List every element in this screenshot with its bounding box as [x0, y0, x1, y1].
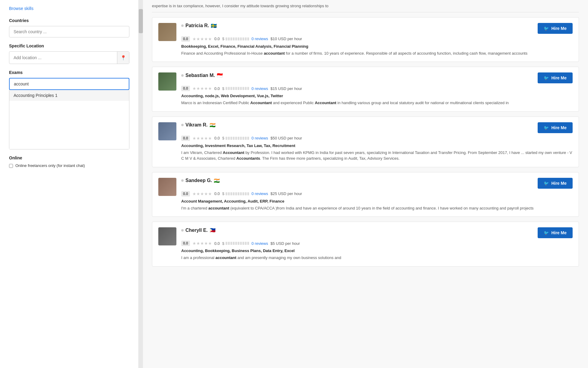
location-pin-button[interactable]: 📍 — [117, 52, 129, 64]
hourly-rate: $15 USD per hour — [270, 86, 302, 91]
earnings-bar: $ — [222, 136, 249, 140]
bird-icon: 🐦 — [544, 75, 549, 80]
reviews-link[interactable]: 0 reviews — [251, 191, 268, 196]
freelancer-description: I'm a chartered accountant (equivalent t… — [181, 205, 573, 211]
freelancer-description: I am Vikram, Chartered Accountant by Pro… — [181, 150, 573, 162]
freelancer-header: Sandeep G.🇮🇳🐦Hire Me — [181, 178, 573, 189]
hire-me-label: Hire Me — [551, 181, 567, 186]
earnings-icon: $ — [222, 136, 224, 140]
reviews-link[interactable]: 0 reviews — [251, 86, 268, 91]
location-section: Specific Location 📍 — [9, 43, 129, 64]
rating-row: 0.0★★★★★0.0$0 reviews$50 USD per hour — [181, 136, 573, 141]
country-flag: 🇮🇳 — [214, 178, 220, 184]
star-rating: ★★★★★ — [192, 136, 212, 141]
freelancer-card: Cheryll E.🇵🇭🐦Hire Me0.0★★★★★0.0$0 review… — [152, 222, 579, 267]
location-input[interactable] — [9, 52, 117, 63]
hire-me-button-patricia[interactable]: 🐦Hire Me — [538, 23, 573, 34]
rating-number: 0.0 — [214, 37, 220, 41]
scrollbar[interactable] — [139, 0, 143, 368]
rating-row: 0.0★★★★★0.0$0 reviews$25 USD per hour — [181, 191, 573, 197]
earnings-icon: $ — [222, 86, 224, 91]
online-indicator — [181, 24, 184, 27]
country-flag: 🇮🇩 — [217, 72, 223, 78]
online-indicator — [181, 229, 184, 232]
avatar-cheryll — [158, 227, 176, 245]
earnings-icon: $ — [222, 37, 224, 41]
pin-icon: 📍 — [120, 55, 126, 61]
star-rating: ★★★★★ — [192, 37, 212, 41]
country-search-input[interactable] — [9, 26, 129, 37]
freelancer-card: Sebastian M.🇮🇩🐦Hire Me0.0★★★★★0.0$0 revi… — [152, 67, 579, 112]
freelancer-description: I am a professional accountant and am pr… — [181, 255, 573, 261]
rating-badge: 0.0 — [181, 241, 190, 246]
hourly-rate: $50 USD per hour — [270, 136, 302, 140]
bird-icon: 🐦 — [544, 125, 549, 130]
reviews-link[interactable]: 0 reviews — [251, 136, 268, 140]
reviews-link[interactable]: 0 reviews — [251, 37, 268, 41]
avatar-vikram — [158, 122, 176, 140]
freelancers-list: Patricia R.🇸🇪🐦Hire Me0.0★★★★★0.0$0 revie… — [152, 17, 579, 267]
exam-dropdown-item[interactable]: Accounting Principles 1 — [9, 90, 129, 101]
skills-list: Accounting, node.js, Web Development, Vu… — [181, 94, 573, 98]
exams-input[interactable] — [9, 78, 129, 90]
freelancer-info: Sebastian M.🇮🇩🐦Hire Me0.0★★★★★0.0$0 revi… — [181, 72, 573, 106]
freelancer-header: Cheryll E.🇵🇭🐦Hire Me — [181, 227, 573, 238]
partial-description: expertise is in tax compliance, however,… — [152, 0, 579, 12]
rating-badge: 0.0 — [181, 36, 190, 42]
online-indicator — [181, 74, 184, 77]
skills-list: Accounting, Investment Research, Tax Law… — [181, 143, 573, 148]
freelancer-card: Sandeep G.🇮🇳🐦Hire Me0.0★★★★★0.0$0 review… — [152, 172, 579, 217]
freelancer-name: Cheryll E. — [185, 228, 208, 233]
rating-number: 0.0 — [214, 86, 220, 91]
exams-label: Exams — [9, 70, 129, 75]
freelancer-info: Patricia R.🇸🇪🐦Hire Me0.0★★★★★0.0$0 revie… — [181, 23, 573, 56]
earnings-bar: $ — [222, 86, 249, 91]
reviews-link[interactable]: 0 reviews — [251, 241, 268, 246]
country-flag: 🇮🇳 — [210, 122, 216, 128]
hire-me-button-cheryll[interactable]: 🐦Hire Me — [538, 227, 573, 238]
dropdown-empty-space — [9, 101, 129, 149]
scrollbar-thumb — [139, 9, 143, 33]
hire-me-button-vikram[interactable]: 🐦Hire Me — [538, 122, 573, 133]
freelancer-description: Finance and Accounting Professional In-H… — [181, 50, 573, 56]
rating-number: 0.0 — [214, 241, 220, 246]
earnings-segments — [226, 192, 249, 195]
skills-list: Account Management, Accounting, Audit, E… — [181, 199, 573, 203]
exams-section: Exams Accounting Principles 1 — [9, 70, 129, 149]
bird-icon: 🐦 — [544, 26, 549, 31]
hire-me-button-sandeep[interactable]: 🐦Hire Me — [538, 178, 573, 189]
star-rating: ★★★★★ — [192, 191, 212, 196]
earnings-bar: $ — [222, 191, 249, 196]
online-checkbox-label[interactable]: Online freelancers only (for instant cha… — [9, 163, 129, 168]
rating-row: 0.0★★★★★0.0$0 reviews$5 USD per hour — [181, 241, 573, 246]
hourly-rate: $25 USD per hour — [270, 191, 302, 196]
country-flag: 🇵🇭 — [210, 227, 216, 233]
hire-me-label: Hire Me — [551, 75, 567, 80]
hire-me-button-sebastian[interactable]: 🐦Hire Me — [538, 72, 573, 83]
rating-row: 0.0★★★★★0.0$0 reviews$10 USD per hour — [181, 36, 573, 42]
rating-badge: 0.0 — [181, 136, 190, 141]
skills-list: Accounting, Bookkeeping, Business Plans,… — [181, 248, 573, 253]
earnings-bar: $ — [222, 241, 249, 246]
countries-label: Countries — [9, 18, 129, 23]
online-indicator — [181, 179, 184, 182]
name-row: Patricia R.🇸🇪 — [181, 23, 217, 29]
freelancer-name: Patricia R. — [185, 23, 209, 28]
online-checkbox[interactable] — [9, 164, 13, 168]
earnings-segments — [226, 242, 249, 245]
freelancer-info: Cheryll E.🇵🇭🐦Hire Me0.0★★★★★0.0$0 review… — [181, 227, 573, 261]
freelancer-name: Sebastian M. — [185, 73, 215, 78]
freelancer-card: Vikram R.🇮🇳🐦Hire Me0.0★★★★★0.0$0 reviews… — [152, 117, 579, 167]
freelancer-header: Sebastian M.🇮🇩🐦Hire Me — [181, 72, 573, 83]
freelancer-name: Sandeep G. — [185, 178, 212, 183]
earnings-bar: $ — [222, 37, 249, 41]
bird-icon: 🐦 — [544, 181, 549, 186]
rating-badge: 0.0 — [181, 86, 190, 91]
name-row: Vikram R.🇮🇳 — [181, 122, 216, 128]
freelancer-info: Vikram R.🇮🇳🐦Hire Me0.0★★★★★0.0$0 reviews… — [181, 122, 573, 162]
star-rating: ★★★★★ — [192, 241, 212, 246]
avatar-sebastian — [158, 72, 176, 91]
freelancer-name: Vikram R. — [185, 122, 208, 128]
browse-skills-link[interactable]: Browse skills — [9, 6, 129, 11]
exams-dropdown: Accounting Principles 1 — [9, 90, 129, 149]
